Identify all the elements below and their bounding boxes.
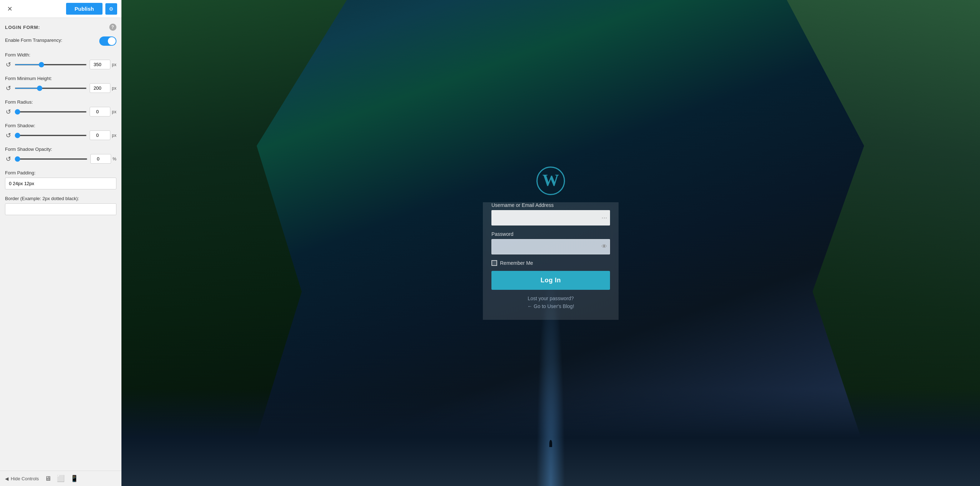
form-padding-label: Form Padding: — [5, 170, 116, 175]
form-shadow-opacity-input[interactable] — [91, 154, 111, 164]
border-label: Border (Example: 2px dotted black): — [5, 196, 116, 201]
login-button[interactable]: Log In — [492, 271, 610, 290]
login-form: Username or Email Address ⋯ Password 👁 R… — [483, 202, 619, 320]
form-min-height-unit: px — [112, 86, 116, 91]
form-shadow-reset[interactable]: ↺ — [5, 132, 12, 139]
help-icon[interactable]: ? — [109, 24, 116, 31]
top-bar: ✕ Publish ⚙ — [0, 0, 121, 18]
form-min-height-reset[interactable]: ↺ — [5, 84, 12, 92]
form-min-height-label: Form Minimum Height: — [5, 76, 116, 81]
form-shadow-unit: px — [112, 133, 116, 138]
wordpress-logo: W — [536, 167, 565, 195]
password-input[interactable] — [492, 239, 610, 255]
desktop-icon[interactable]: 🖥 — [45, 475, 51, 483]
border-row: Border (Example: 2px dotted black): — [5, 196, 116, 215]
remember-me-label: Remember Me — [500, 260, 533, 266]
form-padding-input[interactable] — [5, 178, 116, 190]
username-label: Username or Email Address — [492, 202, 610, 208]
form-width-input[interactable] — [90, 60, 110, 69]
border-input[interactable] — [5, 203, 116, 215]
form-width-reset[interactable]: ↺ — [5, 61, 12, 69]
right-preview: W Username or Email Address ⋯ Password 👁 — [121, 0, 980, 486]
password-eye-icon[interactable]: 👁 — [601, 243, 607, 250]
lost-password-link[interactable]: Lost your password? — [492, 296, 610, 301]
tablet-icon[interactable]: ⬜ — [57, 475, 65, 483]
form-width-slider[interactable] — [14, 64, 87, 65]
form-shadow-row: Form Shadow: ↺ px — [5, 123, 116, 140]
form-shadow-opacity-label: Form Shadow Opacity: — [5, 147, 116, 152]
form-shadow-opacity-row: Form Shadow Opacity: ↺ % — [5, 147, 116, 164]
form-width-row: Form Width: ↺ px — [5, 52, 116, 69]
username-input[interactable] — [492, 210, 610, 225]
form-width-unit: px — [112, 62, 116, 67]
chevron-left-icon: ◀ — [5, 476, 9, 481]
goto-blog-link[interactable]: ← Go to User's Blog! — [492, 303, 610, 309]
form-shadow-opacity-slider[interactable] — [14, 158, 88, 160]
form-shadow-slider[interactable] — [14, 135, 87, 136]
settings-button[interactable]: ⚙ — [105, 3, 117, 14]
form-shadow-input[interactable] — [90, 131, 110, 140]
form-radius-slider[interactable] — [14, 111, 87, 113]
remember-me-checkbox[interactable] — [492, 260, 497, 266]
password-label: Password — [492, 231, 610, 237]
remember-me-row: Remember Me — [492, 260, 610, 266]
close-button[interactable]: ✕ — [4, 3, 15, 14]
username-field-wrap: ⋯ — [492, 210, 610, 225]
figure-decoration — [549, 440, 552, 447]
enable-transparency-label: Enable Form Transparency: — [5, 38, 62, 43]
form-min-height-slider[interactable] — [14, 88, 87, 89]
form-shadow-label: Form Shadow: — [5, 123, 116, 128]
form-min-height-row: Form Minimum Height: ↺ px — [5, 76, 116, 93]
form-shadow-opacity-unit: % — [113, 156, 116, 161]
enable-transparency-toggle[interactable] — [99, 37, 116, 46]
form-links: Lost your password? ← Go to User's Blog! — [492, 296, 610, 309]
form-shadow-opacity-reset[interactable]: ↺ — [5, 155, 12, 163]
username-icon: ⋯ — [601, 214, 607, 221]
hide-controls-button[interactable]: ◀ Hide Controls — [5, 476, 39, 481]
controls-area: LOGIN FORM: ? Enable Form Transparency: … — [0, 18, 121, 471]
mobile-icon[interactable]: 📱 — [70, 475, 78, 483]
form-width-label: Form Width: — [5, 52, 116, 57]
publish-button[interactable]: Publish — [66, 3, 102, 14]
form-radius-label: Form Radius: — [5, 99, 116, 105]
login-form-container: W Username or Email Address ⋯ Password 👁 — [483, 167, 619, 320]
form-radius-reset[interactable]: ↺ — [5, 108, 12, 116]
enable-transparency-row: Enable Form Transparency: — [5, 37, 116, 46]
bottom-bar: ◀ Hide Controls 🖥 ⬜ 📱 — [0, 471, 121, 486]
form-radius-unit: px — [112, 109, 116, 114]
left-panel: ✕ Publish ⚙ LOGIN FORM: ? Enable Form Tr… — [0, 0, 121, 486]
section-title: LOGIN FORM: ? — [5, 24, 116, 31]
svg-text:W: W — [542, 171, 559, 190]
form-radius-row: Form Radius: ↺ px — [5, 99, 116, 116]
form-padding-row: Form Padding: — [5, 170, 116, 190]
form-radius-input[interactable] — [90, 107, 110, 116]
preview-background: W Username or Email Address ⋯ Password 👁 — [121, 0, 980, 486]
password-field-wrap: 👁 — [492, 239, 610, 255]
form-min-height-input[interactable] — [90, 83, 110, 93]
